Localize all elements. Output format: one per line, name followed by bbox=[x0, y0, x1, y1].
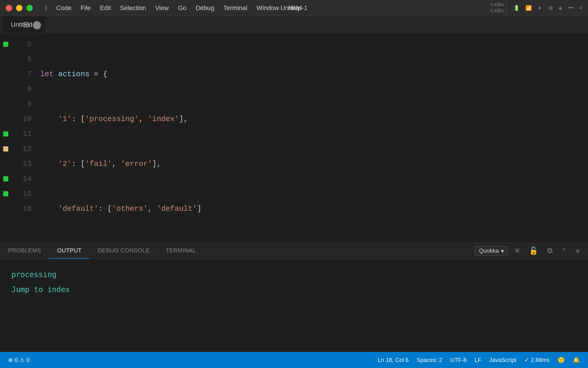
panel-tab-controls: Quokka ▾ ≡ 🔓 ⧉ ⌃ ✕ bbox=[475, 243, 588, 259]
error-icon: ⊗ bbox=[8, 356, 13, 363]
ln-6: 6 bbox=[11, 52, 32, 67]
panel: PROBLEMS OUTPUT DEBUG CONSOLE TERMINAL Q… bbox=[0, 243, 588, 352]
line-ending[interactable]: LF bbox=[475, 357, 481, 363]
panel-close-icon[interactable]: ✕ bbox=[573, 245, 582, 257]
wifi-icon: 📶 bbox=[525, 5, 532, 11]
output-line-1: processing bbox=[11, 267, 577, 282]
main-area: 5 6 7 8 9 10 11 12 13 14 15 16 let actio… bbox=[0, 33, 588, 352]
maximize-button[interactable] bbox=[26, 5, 33, 11]
battery-icon: 🔋 bbox=[513, 5, 520, 11]
panel-collapse-icon[interactable]: ⌃ bbox=[560, 245, 569, 257]
editor: 5 6 7 8 9 10 11 12 13 14 15 16 let actio… bbox=[0, 33, 588, 243]
panel-content: processing Jump to index bbox=[0, 259, 588, 352]
dropdown-label: Quokka bbox=[479, 248, 499, 254]
chevron-down-icon: ▾ bbox=[501, 248, 504, 254]
tab-bar: Untitled-1 ⊞ ⬤ bbox=[0, 16, 588, 33]
menu-window[interactable]: Window bbox=[252, 3, 283, 14]
gutter-11 bbox=[0, 126, 11, 141]
file-encoding[interactable]: UTF-8 bbox=[450, 357, 467, 363]
editor-tab[interactable]: Untitled-1 ⊞ ⬤ bbox=[3, 16, 46, 33]
more-actions-icon[interactable]: ⬤ bbox=[32, 20, 41, 29]
menu-code[interactable]: Code bbox=[52, 3, 76, 14]
siri-icon: ◈ bbox=[558, 5, 562, 11]
ln-5: 5 bbox=[11, 37, 32, 52]
gutter-6 bbox=[0, 52, 11, 67]
tab-debug-console[interactable]: DEBUG CONSOLE bbox=[90, 243, 158, 259]
network-up: 0 KB/s ↑ bbox=[490, 2, 508, 8]
ln-16: 16 bbox=[11, 201, 32, 216]
panel-source-dropdown[interactable]: Quokka ▾ bbox=[475, 246, 508, 256]
tab-output[interactable]: OUTPUT bbox=[49, 243, 90, 259]
traffic-lights bbox=[6, 5, 33, 11]
indentation[interactable]: Spaces: 2 bbox=[417, 357, 442, 363]
status-left: ⊗ 0 ⚠ 0 bbox=[8, 356, 30, 363]
window-title: Untitled-1 bbox=[281, 4, 307, 12]
menu-edit[interactable]: Edit bbox=[96, 3, 115, 14]
code-line-6: '1': ['processing', 'index'], bbox=[37, 112, 584, 126]
error-number: 0 bbox=[15, 357, 18, 363]
code-line-8: 'default': ['others', 'default'] bbox=[37, 201, 584, 216]
code-line-7: '2': ['fail', 'error'], bbox=[37, 156, 584, 171]
notification-icon[interactable]: 🔔 bbox=[573, 356, 580, 363]
menu-file[interactable]: File bbox=[77, 3, 95, 14]
menu-terminal[interactable]: Terminal bbox=[219, 3, 251, 14]
line-numbers: 5 6 7 8 9 10 11 12 13 14 15 16 bbox=[11, 33, 37, 243]
error-count[interactable]: ⊗ 0 ⚠ 0 bbox=[8, 356, 30, 363]
title-bar-left:  Code File Edit Selection View Go Debug… bbox=[6, 3, 305, 14]
ln-9: 9 bbox=[11, 97, 32, 112]
tab-controls: ⊞ ⬤ bbox=[23, 20, 41, 29]
gutter-10 bbox=[0, 112, 11, 126]
title-bar-right: 0 KB/s ↑ 0 KB/s ↓ 🔋 📶 ⏵ ⊞ ◈ ••• ≡ bbox=[490, 2, 582, 14]
gutter-7 bbox=[0, 67, 11, 82]
tab-terminal[interactable]: TERMINAL bbox=[158, 243, 204, 259]
control-center-icon: ⊞ bbox=[548, 5, 553, 11]
minimize-button[interactable] bbox=[16, 5, 22, 11]
menu-bar:  Code File Edit Selection View Go Debug… bbox=[41, 3, 305, 14]
cast-icon: ⏵ bbox=[537, 5, 543, 11]
ln-11: 11 bbox=[11, 126, 32, 141]
menu-go[interactable]: Go bbox=[174, 3, 190, 14]
status-bar: ⊗ 0 ⚠ 0 Ln 18, Col 6 Spaces: 2 UTF-8 LF … bbox=[0, 352, 588, 368]
network-down: 0 KB/s ↓ bbox=[490, 8, 508, 14]
ln-8: 8 bbox=[11, 82, 32, 97]
split-editor-icon[interactable]: ⊞ bbox=[23, 20, 30, 29]
more-icon: ••• bbox=[568, 5, 574, 11]
gutter-12 bbox=[0, 141, 11, 156]
network-speed: 0 KB/s ↑ 0 KB/s ↓ bbox=[490, 2, 508, 14]
panel-lock-icon[interactable]: 🔓 bbox=[527, 245, 540, 257]
title-bar:  Code File Edit Selection View Go Debug… bbox=[0, 0, 588, 16]
output-line-3: Jump to index bbox=[11, 282, 577, 297]
ln-12: 12 bbox=[11, 141, 32, 156]
code-editor[interactable]: let actions = { '1': ['processing', 'ind… bbox=[37, 33, 584, 243]
gutter bbox=[0, 33, 11, 243]
gutter-8 bbox=[0, 82, 11, 97]
warning-icon: ⚠ bbox=[20, 356, 25, 363]
code-line-5: let actions = { bbox=[37, 67, 584, 82]
cursor-position[interactable]: Ln 18, Col 6 bbox=[378, 357, 409, 363]
ln-14: 14 bbox=[11, 171, 32, 186]
ln-13: 13 bbox=[11, 156, 32, 171]
menu-view[interactable]: View bbox=[151, 3, 173, 14]
status-right: Ln 18, Col 6 Spaces: 2 UTF-8 LF JavaScri… bbox=[378, 356, 580, 363]
panel-tabs: PROBLEMS OUTPUT DEBUG CONSOLE TERMINAL Q… bbox=[0, 243, 588, 259]
smiley-icon[interactable]: 🙂 bbox=[558, 356, 565, 363]
panel-copy-icon[interactable]: ⧉ bbox=[545, 246, 555, 256]
panel-list-icon[interactable]: ≡ bbox=[513, 246, 522, 256]
menu-apple[interactable]:  bbox=[41, 3, 51, 14]
gutter-5 bbox=[0, 37, 11, 52]
ln-7: 7 bbox=[11, 67, 32, 82]
gutter-9 bbox=[0, 97, 11, 112]
menu-selection[interactable]: Selection bbox=[116, 3, 150, 14]
menu-debug[interactable]: Debug bbox=[192, 3, 218, 14]
ln-15: 15 bbox=[11, 186, 32, 201]
menu-extra-icon: ≡ bbox=[579, 5, 582, 11]
editor-scrollbar[interactable] bbox=[584, 33, 588, 243]
gutter-15 bbox=[0, 186, 11, 201]
ln-10: 10 bbox=[11, 112, 32, 126]
language-mode[interactable]: JavaScript bbox=[489, 357, 516, 363]
close-button[interactable] bbox=[6, 5, 12, 11]
gutter-16 bbox=[0, 201, 11, 216]
quokka-timing[interactable]: ✓ 2.88ms bbox=[524, 356, 550, 363]
gutter-13 bbox=[0, 156, 11, 171]
tab-problems[interactable]: PROBLEMS bbox=[0, 243, 49, 259]
